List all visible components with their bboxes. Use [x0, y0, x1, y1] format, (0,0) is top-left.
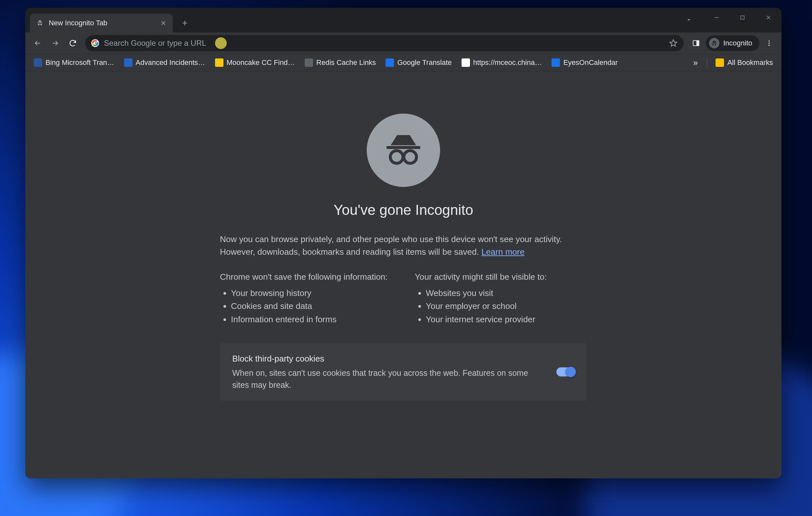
reload-button[interactable]	[65, 35, 81, 51]
separator	[707, 57, 707, 68]
bookmark-favicon	[552, 58, 560, 67]
bookmarks-bar: Bing Microsoft Tran…Advanced Incidents…M…	[25, 54, 781, 71]
svg-rect-3	[697, 40, 699, 46]
all-bookmarks-button[interactable]: All Bookmarks	[712, 57, 777, 69]
block-cookies-card: Block third-party cookies When on, sites…	[220, 343, 587, 401]
bookmark-favicon	[124, 58, 133, 67]
address-bar[interactable]	[85, 35, 684, 51]
block-cookies-toggle[interactable]	[556, 367, 575, 376]
list-item: Your internet service provider	[426, 313, 587, 326]
all-bookmarks-label: All Bookmarks	[727, 58, 773, 67]
cookie-card-title: Block third-party cookies	[232, 353, 535, 365]
tab-close-button[interactable]	[160, 20, 167, 27]
minimize-button[interactable]	[703, 8, 729, 27]
bookmark-item[interactable]: Advanced Incidents…	[120, 57, 209, 69]
bookmark-label: Mooncake CC Find…	[227, 58, 295, 67]
incognito-label: Incognito	[723, 39, 752, 48]
learn-more-link[interactable]: Learn more	[481, 247, 525, 257]
bookmark-item[interactable]: Mooncake CC Find…	[211, 57, 299, 69]
list-item: Websites you visit	[426, 286, 587, 300]
bookmarks-overflow-button[interactable]: »	[689, 58, 702, 68]
svg-rect-0	[741, 16, 745, 20]
visible-to-list: Websites you visitYour employer or schoo…	[415, 286, 587, 326]
bookmark-label: Google Translate	[397, 58, 452, 67]
tab-strip: New Incognito Tab	[25, 8, 781, 32]
toolbar: Incognito	[25, 32, 781, 54]
bookmark-item[interactable]: Redis Cache Links	[301, 57, 380, 69]
new-tab-button[interactable]	[177, 16, 192, 31]
window-controls	[703, 8, 781, 27]
browser-window: New Incognito Tab	[25, 8, 781, 478]
bookmark-label: Advanced Incidents…	[136, 58, 205, 67]
list-item: Your employer or school	[426, 300, 587, 312]
bookmark-item[interactable]: Bing Microsoft Tran…	[30, 57, 118, 69]
list-item: Information entered in forms	[231, 313, 392, 326]
tab-title: New Incognito Tab	[49, 19, 155, 27]
cookie-card-body: When on, sites can't use cookies that tr…	[232, 367, 535, 391]
svg-point-6	[768, 45, 770, 46]
wont-save-list: Your browsing historyCookies and site da…	[220, 286, 392, 326]
side-panel-button[interactable]	[688, 35, 704, 51]
back-button[interactable]	[30, 35, 46, 51]
bookmark-favicon	[462, 58, 470, 67]
bookmark-favicon	[385, 58, 394, 67]
url-input[interactable]	[104, 39, 664, 48]
bookmark-label: EyesOnCalendar	[563, 58, 618, 67]
incognito-indicator[interactable]: Incognito	[706, 35, 759, 51]
svg-point-8	[390, 151, 403, 163]
svg-point-9	[404, 151, 416, 163]
page-title: You've gone Incognito	[220, 202, 587, 218]
bookmark-favicon	[215, 58, 224, 67]
incognito-icon	[709, 38, 719, 48]
bookmark-label: Bing Microsoft Tran…	[46, 58, 114, 67]
svg-point-4	[768, 40, 770, 42]
incognito-hero-icon	[367, 114, 440, 187]
bookmark-favicon	[34, 58, 42, 67]
svg-rect-7	[386, 146, 420, 149]
bookmark-favicon	[304, 58, 313, 67]
incognito-favicon	[36, 19, 44, 27]
close-window-button[interactable]	[755, 8, 781, 27]
bookmark-label: https://mceoc.china…	[473, 58, 542, 67]
bookmark-star-button[interactable]	[669, 39, 678, 48]
col2-heading: Your activity might still be visible to:	[415, 272, 587, 282]
intro-text: Now you can browse privately, and other …	[220, 233, 587, 258]
forward-button[interactable]	[48, 35, 63, 51]
bookmark-item[interactable]: EyesOnCalendar	[548, 57, 622, 69]
chrome-menu-button[interactable]	[761, 35, 777, 51]
list-item: Cookies and site data	[231, 300, 392, 312]
bookmark-item[interactable]: Google Translate	[382, 57, 456, 69]
col1-heading: Chrome won't save the following informat…	[220, 272, 392, 282]
list-item: Your browsing history	[231, 286, 392, 300]
search-engine-icon	[91, 39, 99, 48]
bookmark-label: Redis Cache Links	[316, 58, 376, 67]
page-content: You've gone Incognito Now you can browse…	[25, 71, 781, 478]
folder-icon	[716, 58, 724, 67]
tab-active[interactable]: New Incognito Tab	[30, 13, 173, 32]
bookmark-item[interactable]: https://mceoc.china…	[458, 57, 546, 69]
svg-point-5	[768, 42, 770, 44]
tab-search-button[interactable]	[681, 12, 697, 27]
maximize-button[interactable]	[729, 8, 755, 27]
